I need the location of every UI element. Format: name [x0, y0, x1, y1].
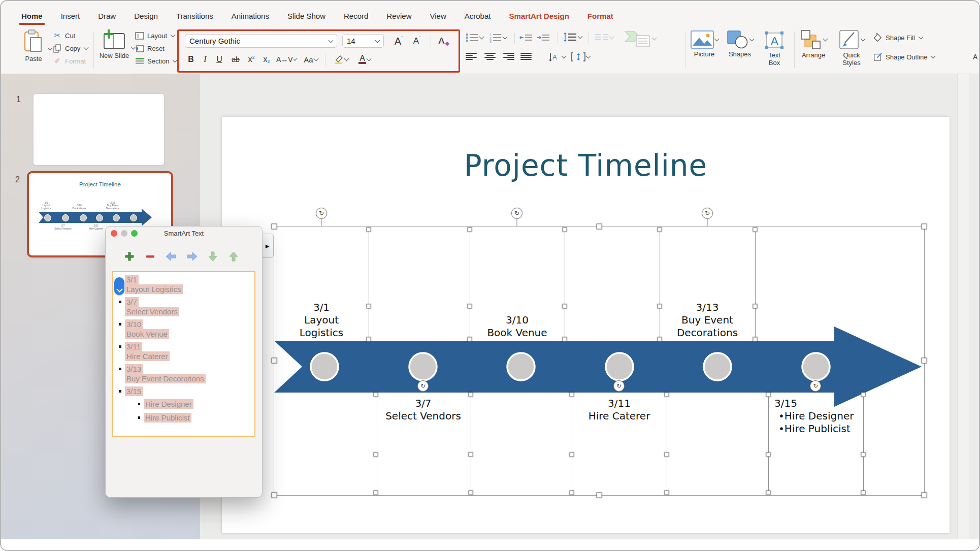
smartart-text-line[interactable]: 3/10	[125, 319, 143, 329]
smartart-text-outline[interactable]: 3/1Layout Logistics3/7Select Vendors3/10…	[112, 271, 255, 437]
selection-handle[interactable]	[570, 452, 574, 457]
increase-font-size-button[interactable]: Aˆ	[390, 35, 407, 48]
selection-handle[interactable]	[374, 393, 378, 397]
tab-transitions[interactable]: Transitions	[176, 12, 213, 20]
text-cursor-handle[interactable]	[114, 277, 124, 295]
selection-handle[interactable]	[658, 304, 662, 309]
format-painter-button[interactable]: ✐ Format	[53, 57, 86, 65]
smartart-text-item[interactable]: 3/15	[119, 386, 251, 396]
tab-draw[interactable]: Draw	[98, 12, 116, 20]
tab-home[interactable]: Home	[21, 12, 43, 20]
smartart-text-item[interactable]: 3/1Layout Logistics	[119, 275, 251, 294]
selection-handle[interactable]	[753, 304, 758, 309]
selection-handle[interactable]	[570, 491, 574, 495]
selection-handle[interactable]	[922, 224, 927, 230]
smartart-text-line[interactable]: 3/13	[125, 364, 143, 374]
selection-handle[interactable]	[597, 493, 602, 498]
tab-review[interactable]: Review	[386, 12, 411, 20]
selection-handle[interactable]	[658, 228, 662, 232]
selection-handle[interactable]	[367, 228, 371, 232]
tab-smartart-design[interactable]: SmartArt Design	[509, 12, 569, 20]
selection-handle[interactable]	[861, 452, 866, 457]
vertical-scrollbar[interactable]	[957, 74, 969, 539]
tab-slide-show[interactable]: Slide Show	[287, 12, 325, 20]
selection-handle[interactable]	[766, 452, 771, 457]
tab-acrobat[interactable]: Acrobat	[465, 12, 491, 20]
font-color-button[interactable]: A	[354, 53, 375, 66]
selection-handle[interactable]	[272, 493, 277, 498]
rotate-handle[interactable]: ↻	[511, 208, 522, 219]
tab-format[interactable]: Format	[587, 12, 613, 20]
smartart-text-line[interactable]: 3/7	[125, 297, 139, 307]
smartart-text-item[interactable]: Hire Publicist	[138, 413, 251, 423]
selection-handle[interactable]	[861, 491, 866, 495]
slide-title[interactable]: Project Timeline	[222, 148, 950, 183]
shapes-dropdown-chevron[interactable]	[749, 37, 754, 42]
align-right-button[interactable]	[502, 52, 514, 61]
milestone-circle[interactable]	[802, 353, 830, 380]
align-center-button[interactable]	[484, 52, 496, 61]
selection-handle[interactable]	[468, 304, 472, 309]
smartart-text-line[interactable]: Hire Designer	[144, 399, 193, 409]
rotate-handle[interactable]: ↻	[810, 380, 821, 392]
tab-animations[interactable]: Animations	[232, 12, 269, 20]
timeline-label-above[interactable]: 3/13Buy EventDecorations	[660, 257, 755, 340]
quick-styles-button[interactable]: Quick Styles	[835, 29, 868, 67]
numbering-button[interactable]: 123	[489, 33, 507, 43]
picture-button[interactable]: Picture	[689, 30, 720, 58]
rotate-handle[interactable]: ↻	[316, 208, 327, 219]
smartart-text-window[interactable]: SmartArt Text 3/1Layout Logistics3/7Sele…	[105, 226, 263, 498]
close-button[interactable]	[111, 230, 117, 237]
promote-button[interactable]	[166, 251, 177, 262]
timeline-label-below[interactable]: 3/11Hire Caterer	[572, 397, 667, 483]
timeline-label-above[interactable]: 3/1LayoutLogistics	[274, 257, 369, 340]
milestone-circle[interactable]	[311, 353, 338, 380]
cut-button[interactable]: ✂ Cut	[53, 31, 75, 40]
selection-handle[interactable]	[658, 337, 662, 342]
selection-handle[interactable]	[597, 224, 602, 230]
rotate-handle[interactable]: ↻	[702, 208, 713, 219]
layout-button[interactable]: Layout	[135, 31, 175, 40]
vertical-align-button[interactable]	[571, 52, 590, 62]
align-left-button[interactable]	[466, 52, 478, 61]
milestone-circle[interactable]	[409, 353, 437, 380]
bullets-button[interactable]	[466, 33, 483, 43]
selection-handle[interactable]	[665, 393, 669, 397]
timeline-label-above[interactable]: 3/10Book Venue	[470, 257, 565, 340]
tab-insert[interactable]: Insert	[61, 12, 80, 20]
text-highlight-button[interactable]	[330, 53, 351, 66]
copy-button[interactable]: Copy	[53, 44, 88, 52]
smartart-text-line[interactable]: Hire Publicist	[144, 413, 191, 423]
smartart-text-line[interactable]: 3/15	[125, 386, 143, 396]
milestone-circle[interactable]	[606, 353, 633, 380]
selection-handle[interactable]	[753, 337, 758, 342]
smartart-window-titlebar[interactable]: SmartArt Text	[106, 226, 262, 240]
smartart-text-item[interactable]: 3/10Book Venue	[119, 319, 251, 339]
new-slide-button[interactable]: New Slide	[97, 29, 131, 70]
smartart-text-line[interactable]: Book Venue	[125, 329, 169, 339]
add-shape-button[interactable]	[124, 251, 135, 262]
line-spacing-button[interactable]	[563, 31, 582, 43]
smartart-text-item[interactable]: Hire Designer	[138, 399, 251, 409]
paste-button[interactable]: Paste	[18, 29, 49, 70]
underline-button[interactable]: U	[213, 53, 225, 66]
change-case-button[interactable]: Aa	[301, 53, 321, 66]
selection-handle[interactable]	[766, 393, 771, 397]
selection-handle[interactable]	[468, 337, 472, 342]
smartart-text-line[interactable]: 3/1	[125, 275, 139, 284]
selection-handle[interactable]	[922, 358, 927, 364]
section-button[interactable]: Section	[135, 57, 177, 65]
remove-shape-button[interactable]	[145, 251, 156, 262]
milestone-circle[interactable]	[507, 353, 535, 380]
smartart-selection-frame[interactable]: 3/1LayoutLogistics3/10Book Venue3/13Buy …	[274, 226, 925, 496]
smartart-text-line[interactable]: Buy Event Decorations	[125, 374, 206, 383]
bold-button[interactable]: B	[185, 53, 197, 66]
decrease-indent-button[interactable]	[519, 33, 533, 43]
character-spacing-button[interactable]: A↔V	[276, 53, 297, 66]
layout-dropdown-chevron[interactable]	[171, 33, 176, 38]
selection-handle[interactable]	[367, 304, 371, 309]
selection-handle[interactable]	[272, 224, 277, 230]
quick-styles-dropdown-chevron[interactable]	[860, 37, 865, 42]
selection-handle[interactable]	[469, 393, 473, 397]
timeline-label-below[interactable]: 3/7Select Vendors	[376, 397, 471, 483]
